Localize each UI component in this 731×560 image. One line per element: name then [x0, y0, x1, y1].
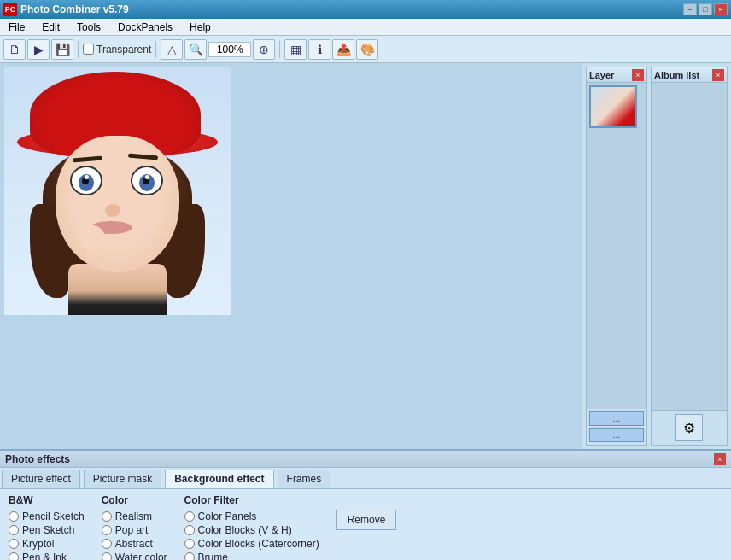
option-pop-art[interactable]: Pop art	[102, 524, 167, 536]
menu-dockpanels[interactable]: DockPanels	[113, 20, 178, 35]
option-brume[interactable]: Brume	[184, 551, 319, 560]
option-realism[interactable]: Realism	[102, 510, 167, 522]
menu-help[interactable]: Help	[184, 20, 216, 35]
effects-title: Photo effects	[5, 453, 70, 465]
radio-pen-ink[interactable]	[9, 552, 19, 560]
option-pen-ink[interactable]: Pen & Ink	[9, 551, 85, 560]
zoom-out-button[interactable]: ⊕	[253, 39, 275, 60]
transparent-checkbox-label[interactable]: Transparent	[83, 44, 151, 55]
tab-picture-mask[interactable]: Picture mask	[84, 470, 161, 488]
tab-frames[interactable]: Frames	[278, 470, 331, 488]
layer-thumbnail[interactable]	[589, 85, 637, 128]
transparent-label: Transparent	[96, 44, 151, 55]
layer-panel-content	[587, 83, 646, 409]
filter-label: Color Filter	[184, 494, 319, 506]
cartoon-image	[4, 67, 231, 315]
color-blocks-cater-label: Color Blocks (Catercorner)	[198, 538, 319, 550]
radio-color-blocks-cater[interactable]	[184, 539, 195, 549]
option-color-blocks-cater[interactable]: Color Blocks (Catercorner)	[184, 538, 319, 550]
abstract-label: Abstract	[115, 538, 153, 550]
album-panel-content	[652, 83, 727, 410]
new-button[interactable]: 🗋	[3, 39, 26, 60]
option-color-panels[interactable]: Color Panels	[184, 510, 319, 522]
radio-water-color[interactable]	[102, 552, 112, 560]
open-button[interactable]: ▶	[27, 39, 50, 60]
main-area: Layer × ... ... Album list × ⚙	[0, 63, 731, 449]
album-gear-button[interactable]: ⚙	[675, 414, 703, 441]
option-kryptol[interactable]: Kryptol	[9, 538, 85, 550]
zoom-in-button[interactable]: 🔍	[184, 39, 207, 60]
effects-close-button[interactable]: ×	[714, 453, 726, 465]
layer-panel: Layer × ... ...	[586, 67, 647, 446]
option-water-color[interactable]: Water color	[102, 551, 167, 560]
color-group: Color Realism Pop art Abstract Water col…	[102, 494, 167, 560]
layer-thumb-image	[591, 87, 635, 126]
info-button[interactable]: ℹ	[308, 39, 330, 60]
album-panel-footer: ⚙	[652, 410, 727, 445]
bw-label: B&W	[9, 494, 85, 506]
transparent-checkbox[interactable]	[83, 44, 94, 55]
menu-file[interactable]: File	[3, 20, 30, 35]
pop-art-label: Pop art	[115, 524, 149, 536]
save-button[interactable]: 💾	[51, 39, 73, 60]
radio-color-blocks-vh[interactable]	[184, 525, 195, 535]
menubar: File Edit Tools DockPanels Help	[0, 19, 731, 36]
close-button[interactable]: ×	[714, 3, 728, 15]
photo-display	[4, 67, 231, 315]
right-panels: Layer × ... ... Album list × ⚙	[582, 63, 731, 449]
titlebar: PC Photo Combiner v5.79 − □ ×	[0, 0, 731, 19]
pen-ink-label: Pen & Ink	[22, 551, 67, 560]
menu-tools[interactable]: Tools	[72, 20, 106, 35]
app-title: Photo Combiner v5.79	[20, 3, 129, 15]
app-icon: PC	[3, 3, 17, 16]
radio-realism[interactable]	[102, 511, 112, 522]
pen-sketch-label: Pen Sketch	[22, 524, 74, 536]
remove-button[interactable]: Remove	[336, 510, 397, 530]
radio-kryptol[interactable]	[9, 539, 19, 549]
album-panel-close[interactable]: ×	[712, 69, 724, 81]
effects-tabs: Picture effect Picture mask Background e…	[0, 468, 731, 489]
filter-group: Color Filter Color Panels Color Blocks (…	[184, 494, 319, 560]
radio-abstract[interactable]	[102, 539, 112, 549]
option-pen-sketch[interactable]: Pen Sketch	[9, 524, 85, 536]
zoom-level: 100%	[208, 42, 251, 57]
settings-button[interactable]: 🎨	[356, 39, 378, 60]
zoom-tool-button[interactable]: △	[161, 39, 183, 60]
separator-2	[155, 41, 156, 58]
water-color-label: Water color	[115, 551, 167, 560]
export-button[interactable]: 📤	[332, 39, 354, 60]
color-label: Color	[102, 494, 167, 506]
separator-3	[279, 41, 280, 58]
radio-brume[interactable]	[184, 552, 195, 560]
radio-pen-sketch[interactable]	[9, 525, 19, 535]
layer-panel-footer: ... ...	[587, 409, 646, 445]
radio-color-panels[interactable]	[184, 511, 195, 522]
layers-button[interactable]: ▦	[284, 39, 307, 60]
maximize-button[interactable]: □	[699, 3, 712, 15]
layer-btn-2[interactable]: ...	[589, 428, 644, 442]
album-panel: Album list × ⚙	[651, 67, 728, 446]
window-controls: − □ ×	[683, 3, 728, 15]
minimize-button[interactable]: −	[683, 3, 697, 15]
effects-content: B&W Pencil Sketch Pen Sketch Kryptol Pen…	[0, 489, 731, 560]
pencil-sketch-label: Pencil Sketch	[22, 510, 85, 522]
separator-1	[78, 41, 79, 58]
tab-background-effect[interactable]: Background effect	[165, 470, 273, 488]
layer-btn-1[interactable]: ...	[589, 411, 644, 426]
realism-label: Realism	[115, 510, 152, 522]
toolbar: 🗋 ▶ 💾 Transparent △ 🔍 100% ⊕ ▦ ℹ 📤 🎨	[0, 36, 731, 63]
menu-edit[interactable]: Edit	[37, 20, 65, 35]
option-pencil-sketch[interactable]: Pencil Sketch	[9, 510, 85, 522]
radio-pencil-sketch[interactable]	[9, 511, 19, 522]
color-panels-label: Color Panels	[198, 510, 257, 522]
layer-panel-close[interactable]: ×	[632, 69, 644, 81]
brume-label: Brume	[198, 551, 228, 560]
option-color-blocks-vh[interactable]: Color Blocks (V & H)	[184, 524, 319, 536]
remove-btn-container: Remove	[336, 510, 397, 530]
color-blocks-vh-label: Color Blocks (V & H)	[198, 524, 292, 536]
album-panel-title: Album list	[654, 70, 699, 80]
option-abstract[interactable]: Abstract	[102, 538, 167, 550]
radio-pop-art[interactable]	[102, 525, 112, 535]
canvas-area[interactable]	[0, 63, 582, 449]
tab-picture-effect[interactable]: Picture effect	[2, 470, 80, 488]
